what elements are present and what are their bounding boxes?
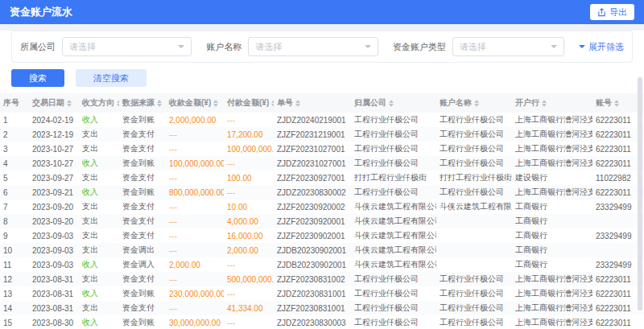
cell-receive: 2,000,000.00 — [166, 113, 224, 127]
table-header: 序号交易日期收支方向数据来源收款金额(¥)付款金额(¥)单号归属公司账户名称开户… — [0, 93, 644, 113]
table-row: 62023-09-21收入资金到账800,000,000.00---ZJDZ20… — [0, 185, 644, 199]
column-header-number[interactable]: 账号 — [592, 93, 644, 113]
cell-bank: 工商银行 — [512, 243, 592, 257]
account-type-filter-select[interactable]: 请选择 — [452, 37, 564, 56]
sort-icon[interactable] — [213, 100, 218, 107]
column-label: 收款金额(¥) — [169, 97, 211, 109]
company-filter-label: 所属公司 — [20, 41, 56, 53]
sort-icon[interactable] — [474, 100, 479, 107]
sort-icon[interactable] — [542, 100, 547, 107]
cell-account: 工程行业仟极公司 — [436, 301, 512, 315]
column-header-company[interactable]: 归属公司 — [351, 93, 436, 113]
column-header-order[interactable]: 单号 — [274, 93, 351, 113]
column-header-receive[interactable]: 收款金额(¥) — [166, 93, 224, 113]
cell-source: 资金支付 — [119, 272, 166, 286]
column-header-pay[interactable]: 付款金额(¥) — [224, 93, 274, 113]
cell-company: 工程行业仟极公司 — [351, 286, 436, 301]
cell-receive: --- — [166, 127, 224, 142]
cell-receive: --- — [166, 214, 224, 228]
column-label: 账户名称 — [440, 97, 472, 109]
chevron-down-icon — [365, 45, 371, 48]
cell-source: 资金支付 — [119, 199, 166, 214]
cell-order: ZJZF20230902001 — [274, 228, 351, 243]
column-label: 付款金额(¥) — [227, 97, 269, 109]
sort-icon[interactable] — [614, 100, 619, 107]
cell-direction: 收入 — [79, 156, 119, 171]
cell-pay: --- — [224, 113, 274, 127]
cell-number — [592, 214, 644, 228]
cell-bank: 上海工商银行漕河泾支行 — [512, 113, 592, 127]
cell-order: ZJDZ20230831001 — [274, 286, 351, 301]
column-header-bank[interactable]: 开户行 — [512, 93, 592, 113]
cell-no: 5 — [0, 171, 29, 185]
account-type-filter: 资金账户类型 请选择 — [393, 37, 564, 56]
cell-number: 62223011 — [592, 185, 644, 199]
cell-direction: 支出 — [79, 301, 119, 315]
cell-account — [436, 228, 512, 243]
cell-account: 工程行业仟极公司 — [436, 142, 512, 156]
cell-company: 斗侠云建筑工程有限公司 — [351, 214, 436, 228]
sort-icon[interactable] — [117, 100, 119, 107]
cell-receive: --- — [166, 301, 224, 315]
export-icon — [597, 8, 606, 17]
column-header-direction[interactable]: 收支方向 — [79, 93, 119, 113]
export-button[interactable]: 导出 — [590, 4, 634, 20]
cell-company: 斗侠云建筑工程有限公司 — [351, 199, 436, 214]
sort-icon[interactable] — [389, 100, 394, 107]
cell-bank: 工商银行 — [512, 199, 592, 214]
table-row: 122023-08-31支出资金支付---500,000,000.00ZJZF2… — [0, 272, 644, 286]
cell-pay: --- — [224, 185, 274, 199]
cell-company: 工程行业仟极公司 — [351, 113, 436, 127]
cell-direction: 收入 — [79, 315, 119, 329]
column-header-source[interactable]: 数据来源 — [119, 93, 166, 113]
column-label: 收支方向 — [82, 97, 114, 109]
account-name-filter-select[interactable]: 请选择 — [248, 37, 378, 56]
expand-filter-link[interactable]: 展开筛选 — [579, 41, 624, 53]
cell-pay: 17,200.00 — [224, 127, 274, 142]
cell-date: 2023-09-20 — [29, 214, 79, 228]
cell-source: 资金到账 — [119, 156, 166, 171]
cell-receive: 800,000,000.00 — [166, 185, 224, 199]
chevron-down-icon — [551, 45, 557, 48]
column-header-date[interactable]: 交易日期 — [29, 93, 79, 113]
column-header-no: 序号 — [0, 93, 29, 113]
cell-account — [436, 257, 512, 272]
cell-number: 62223011 — [592, 286, 644, 301]
cell-order: ZJZF20230927001 — [274, 171, 351, 185]
company-filter-select[interactable]: 请选择 — [62, 37, 192, 56]
column-header-account[interactable]: 账户名称 — [436, 93, 512, 113]
cell-pay: 41,334.00 — [224, 301, 274, 315]
cell-number: 62223011 — [592, 113, 644, 127]
cell-date: 2023-09-27 — [29, 171, 79, 185]
account-name-filter: 账户名称 请选择 — [206, 37, 378, 56]
cell-no: 3 — [0, 142, 29, 156]
cell-receive: 2,000.00 — [166, 257, 224, 272]
sort-icon[interactable] — [67, 100, 72, 107]
cell-date: 2024-02-19 — [29, 113, 79, 127]
cell-date: 2023-09-20 — [29, 199, 79, 214]
column-label: 数据来源 — [122, 97, 155, 109]
cell-direction: 支出 — [79, 272, 119, 286]
cell-number: 23329499 — [592, 228, 644, 243]
cell-order: ZJZF20230920001 — [274, 214, 351, 228]
sort-icon[interactable] — [295, 100, 300, 107]
cell-no: 12 — [0, 272, 29, 286]
cell-company: 工程行业仟极公司 — [351, 142, 436, 156]
vertical-scrollbar[interactable] — [638, 77, 642, 310]
search-button[interactable]: 搜索 — [11, 69, 64, 87]
clear-search-button[interactable]: 清空搜索 — [76, 69, 147, 87]
cell-number: 62223011 — [592, 301, 644, 315]
cell-bank: 上海工商银行漕河泾支行 — [512, 315, 592, 329]
cell-company: 斗侠云建筑工程有限公司 — [351, 228, 436, 243]
sort-icon[interactable] — [157, 100, 162, 107]
account-name-filter-placeholder: 请选择 — [255, 41, 282, 53]
sort-icon[interactable] — [271, 100, 274, 107]
cell-pay: 4,000.00 — [224, 214, 274, 228]
cell-source: 资金到账 — [119, 286, 166, 301]
cell-order: ZJDZ20231027001 — [274, 156, 351, 171]
cell-number: 23329499 — [592, 257, 644, 272]
chevron-down-icon — [178, 45, 184, 48]
cell-source: 资金支付 — [119, 127, 166, 142]
chevron-down-icon — [579, 45, 585, 48]
cell-direction: 支出 — [79, 171, 119, 185]
